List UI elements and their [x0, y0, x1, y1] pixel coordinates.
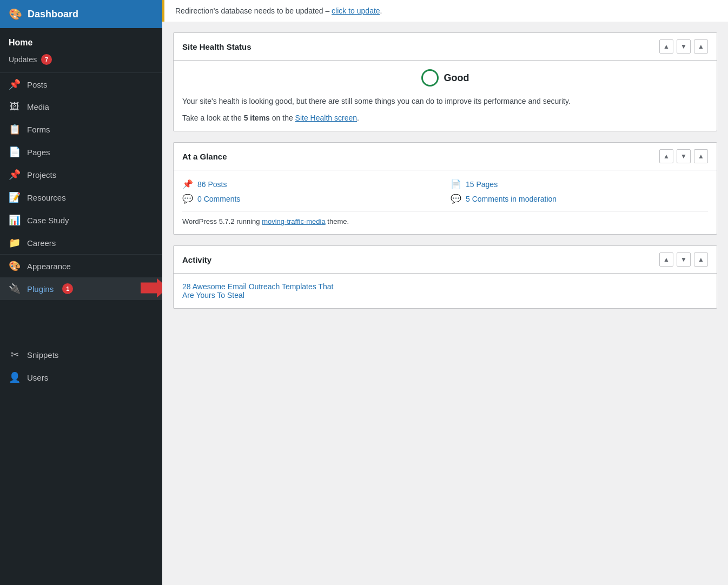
- glance-collapse-up-btn[interactable]: ▲: [659, 149, 673, 163]
- sidebar-item-projects[interactable]: 📌 Projects: [0, 163, 162, 186]
- main-content: Redirection's database needs to be updat…: [162, 0, 728, 585]
- sidebar-users-label: Users: [27, 373, 48, 382]
- activity-header: Activity ▲ ▼ ▲: [174, 246, 717, 274]
- updates-badge: 7: [41, 54, 52, 65]
- users-icon: 👤: [9, 371, 21, 383]
- glance-posts[interactable]: 📌 86 Posts: [182, 179, 440, 189]
- glance-pages[interactable]: 📄 15 Pages: [451, 179, 708, 189]
- activity-collapse-up-btn[interactable]: ▲: [659, 252, 673, 267]
- activity-widget: Activity ▲ ▼ ▲ 28 Awesome Email Outreach…: [173, 245, 717, 309]
- site-health-header: Site Health Status ▲ ▼ ▲: [174, 33, 717, 61]
- health-status-label: Good: [444, 72, 469, 84]
- sidebar-appearance-label: Appearance: [27, 262, 71, 271]
- activity-widget-controls: ▲ ▼ ▲: [659, 252, 708, 267]
- plugins-badge: 1: [62, 283, 73, 294]
- sidebar-home-section: Home Updates 7: [0, 28, 162, 72]
- activity-body: 28 Awesome Email Outreach Templates That…: [174, 274, 717, 308]
- appearance-icon: 🎨: [9, 260, 21, 272]
- sidebar-item-casestudy[interactable]: 📊 Case Study: [0, 209, 162, 231]
- site-health-widget: Site Health Status ▲ ▼ ▲ Good Your site'…: [173, 32, 717, 131]
- sidebar-snippets-label: Snippets: [27, 350, 58, 360]
- site-health-screen-link[interactable]: Site Health screen: [295, 114, 357, 122]
- posts-icon: 📌: [9, 78, 21, 90]
- glance-expand-btn[interactable]: ▲: [694, 149, 708, 163]
- projects-icon: 📌: [9, 169, 21, 181]
- sidebar-item-pages[interactable]: 📄 Pages: [0, 141, 162, 163]
- sidebar-updates-label: Updates: [9, 55, 37, 64]
- widget-collapse-down-btn[interactable]: ▼: [677, 39, 691, 54]
- glance-stats-grid: 📌 86 Posts 📄 15 Pages 💬 0 Comments 💬 5 C…: [182, 179, 708, 204]
- glance-footer-suffix: theme.: [326, 217, 349, 225]
- sidebar-pages-label: Pages: [27, 148, 50, 157]
- at-a-glance-title: At a Glance: [182, 152, 659, 161]
- health-status: Good: [182, 69, 708, 87]
- glance-pages-icon: 📄: [451, 179, 461, 189]
- site-health-body: Good Your site's health is looking good,…: [174, 61, 717, 131]
- health-items-count: 5 items: [244, 114, 270, 122]
- sidebar-item-careers[interactable]: 📁 Careers: [0, 231, 162, 254]
- sidebar-media-label: Media: [27, 102, 49, 111]
- health-items-prefix: Take a look at the: [182, 114, 244, 122]
- notice-suffix: .: [380, 6, 382, 15]
- sidebar-careers-label: Careers: [27, 238, 56, 248]
- sidebar-item-resources[interactable]: 📝 Resources: [0, 186, 162, 209]
- sidebar-casestudy-label: Case Study: [27, 216, 69, 225]
- sidebar: 🎨 Dashboard Home Updates 7 📌 Posts 🖼 Med…: [0, 0, 162, 585]
- sidebar-item-plugins[interactable]: 🔌 Plugins 1: [0, 277, 162, 300]
- forms-icon: 📋: [9, 123, 21, 135]
- site-health-title: Site Health Status: [182, 42, 659, 51]
- sidebar-item-posts[interactable]: 📌 Posts: [0, 73, 162, 96]
- resources-icon: 📝: [9, 191, 21, 203]
- glance-pages-value: 15 Pages: [466, 180, 498, 189]
- glance-widget-controls: ▲ ▼ ▲: [659, 149, 708, 163]
- careers-icon: 📁: [9, 237, 21, 249]
- glance-footer-prefix: WordPress 5.7.2 running: [182, 217, 262, 225]
- sidebar-dashboard-title[interactable]: Dashboard: [28, 9, 78, 20]
- media-icon: 🖼: [9, 101, 21, 112]
- glance-comments-mod-icon: 💬: [451, 194, 461, 204]
- widget-collapse-up-btn[interactable]: ▲: [659, 39, 673, 54]
- snippets-icon: ✂: [9, 349, 21, 361]
- plugins-icon: 🔌: [9, 283, 21, 295]
- health-items-suffix: .: [357, 114, 359, 122]
- sidebar-item-forms[interactable]: 📋 Forms: [0, 118, 162, 141]
- sidebar-posts-label: Posts: [27, 80, 48, 89]
- content-area: Site Health Status ▲ ▼ ▲ Good Your site'…: [162, 22, 728, 320]
- sidebar-resources-label: Resources: [27, 193, 66, 202]
- sidebar-home-link[interactable]: Home: [0, 35, 162, 51]
- activity-collapse-down-btn[interactable]: ▼: [677, 252, 691, 267]
- widget-controls: ▲ ▼ ▲: [659, 39, 708, 54]
- activity-recent-post-cont[interactable]: Are Yours To Steal: [182, 291, 708, 300]
- sidebar-projects-label: Projects: [27, 170, 56, 180]
- health-circle-icon: [421, 69, 439, 87]
- sidebar-forms-label: Forms: [27, 125, 50, 134]
- glance-collapse-down-btn[interactable]: ▼: [677, 149, 691, 163]
- at-a-glance-body: 📌 86 Posts 📄 15 Pages 💬 0 Comments 💬 5 C…: [174, 170, 717, 234]
- notice-text: Redirection's database needs to be updat…: [175, 6, 332, 15]
- sidebar-item-users[interactable]: 👤 Users: [0, 366, 162, 389]
- widget-expand-btn[interactable]: ▲: [694, 39, 708, 54]
- sidebar-updates-link[interactable]: Updates 7: [0, 51, 162, 70]
- at-a-glance-widget: At a Glance ▲ ▼ ▲ 📌 86 Posts 📄 15 Pages: [173, 142, 717, 235]
- dashboard-icon: 🎨: [9, 8, 22, 21]
- activity-expand-btn[interactable]: ▲: [694, 252, 708, 267]
- sidebar-item-snippets[interactable]: ✂ Snippets: [0, 343, 162, 366]
- at-a-glance-header: At a Glance ▲ ▼ ▲: [174, 143, 717, 170]
- sidebar-item-media[interactable]: 🖼 Media: [0, 96, 162, 118]
- glance-posts-icon: 📌: [182, 179, 193, 189]
- glance-comments[interactable]: 💬 0 Comments: [182, 194, 440, 204]
- activity-title: Activity: [182, 255, 659, 264]
- sidebar-header: 🎨 Dashboard: [0, 0, 162, 28]
- glance-comments-value: 0 Comments: [197, 195, 240, 203]
- pages-icon: 📄: [9, 146, 21, 158]
- health-items-middle: on the: [270, 114, 295, 122]
- glance-posts-value: 86 Posts: [197, 180, 227, 189]
- sidebar-plugins-label: Plugins: [27, 284, 54, 294]
- glance-comments-moderation[interactable]: 💬 5 Comments in moderation: [451, 194, 708, 204]
- glance-theme-link[interactable]: moving-traffic-media: [262, 217, 326, 225]
- glance-comments-mod-value: 5 Comments in moderation: [466, 195, 557, 203]
- sidebar-item-appearance[interactable]: 🎨 Appearance: [0, 255, 162, 277]
- glance-footer: WordPress 5.7.2 running moving-traffic-m…: [182, 211, 708, 225]
- notice-link[interactable]: click to update: [332, 6, 380, 15]
- activity-recent-post[interactable]: 28 Awesome Email Outreach Templates That: [182, 282, 708, 291]
